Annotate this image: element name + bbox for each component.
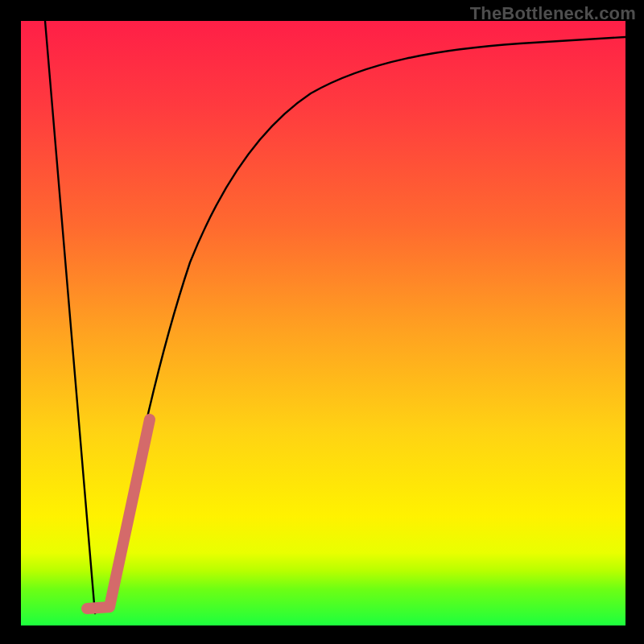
- chart-frame: TheBottleneck.com: [0, 0, 644, 644]
- plot-area: [21, 21, 625, 625]
- highlight-segment: [87, 419, 150, 609]
- chart-svg: [21, 21, 625, 625]
